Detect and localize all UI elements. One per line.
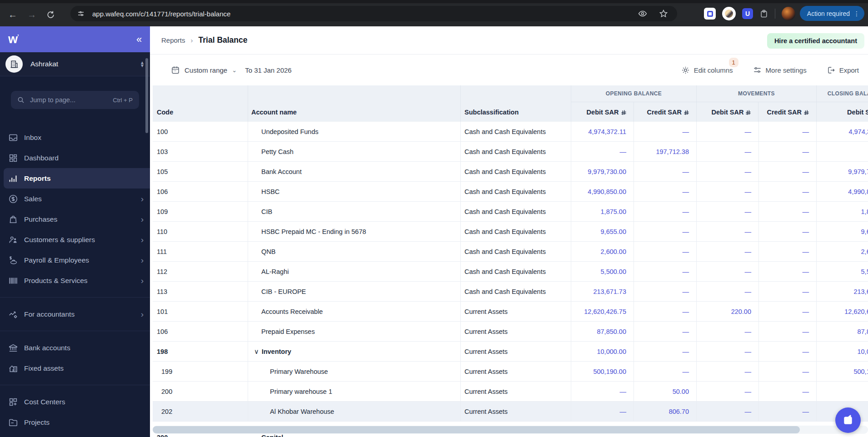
table-row[interactable]: 198∨InventoryCurrent Assets10,000.00———1… <box>153 342 868 362</box>
opening-debit-cell: 9,655.00 <box>571 222 634 241</box>
sidebar-item-cost-centers[interactable]: Cost Centers <box>0 392 150 412</box>
extension-icon-3[interactable]: U <box>742 8 753 19</box>
sidebar-item-dashboard[interactable]: Dashboard <box>0 148 150 168</box>
address-bar[interactable]: app.wafeq.com/c/141771/reports/trial-bal… <box>70 6 677 21</box>
table-row[interactable]: 113CIB - EUROPECash and Cash Equivalents… <box>153 282 868 302</box>
sidebar-logo-row: w’ « <box>0 26 150 52</box>
column-header-opening-credit[interactable]: Credit SAR <box>634 102 697 122</box>
table-row[interactable]: 100Undeposited FundsCash and Cash Equiva… <box>153 122 868 142</box>
account-name-cell: QNB <box>248 242 461 261</box>
account-name-cell: CIB <box>248 202 461 221</box>
table-row[interactable]: 112AL-RaghiCash and Cash Equivalents5,50… <box>153 262 868 282</box>
table-row[interactable]: 110HSBC Prepaid MC - Ending in 5678Cash … <box>153 222 868 242</box>
table-row[interactable]: 101Accounts ReceivableCurrent Assets12,6… <box>153 302 868 322</box>
column-header-subclassification[interactable]: Subclassification <box>461 85 571 122</box>
code-cell: 111 <box>153 242 248 261</box>
chevron-right-icon: › <box>141 235 144 245</box>
movements-label: MOVEMENTS <box>697 85 816 102</box>
table-row[interactable]: 202Al Khobar WarehouseCurrent Assets—806… <box>153 402 868 422</box>
movement-debit-cell: — <box>697 202 759 221</box>
movement-debit-cell: 220.00 <box>697 302 759 321</box>
table-row[interactable]: 106Prepaid ExpensesCurrent Assets87,850.… <box>153 322 868 342</box>
column-header-code[interactable]: Code <box>153 85 248 122</box>
closing-debit-cell: 87,850.00 <box>817 322 868 341</box>
movement-credit-cell: — <box>759 322 817 341</box>
opening-credit-cell: — <box>634 262 697 281</box>
subclassification-cell: Cash and Cash Equivalents <box>461 242 571 261</box>
reload-button[interactable] <box>46 10 55 19</box>
sidebar-item-projects[interactable]: Projects <box>0 412 150 432</box>
site-info-icon[interactable] <box>77 10 85 18</box>
column-header-account-name[interactable]: Account name <box>248 85 461 122</box>
report-toolbar: Custom range ⌄ To 31 Jan 2026 Edit colum… <box>150 55 868 85</box>
extension-icon-2[interactable] <box>722 7 736 20</box>
wafeq-logo: w’ <box>8 32 19 46</box>
opening-debit-cell: 10,000.00 <box>571 342 634 361</box>
table-row[interactable]: 106HSBCCash and Cash Equivalents4,990,85… <box>153 182 868 202</box>
subclassification-cell: Cash and Cash Equivalents <box>461 202 571 221</box>
company-selector[interactable]: Ashrakat ▲▼ <box>0 52 150 76</box>
sidebar-scrollbar[interactable] <box>145 58 148 133</box>
url-text[interactable]: app.wafeq.com/c/141771/reports/trial-bal… <box>92 10 638 18</box>
column-header-movement-credit[interactable]: Credit SAR <box>758 102 816 122</box>
table-row[interactable]: 111QNBCash and Cash Equivalents2,600.00—… <box>153 242 868 262</box>
opening-debit-cell: 5,500.00 <box>571 262 634 281</box>
page-title: Trial Balance <box>199 35 248 45</box>
extensions-puzzle-icon[interactable] <box>759 9 768 18</box>
sidebar-item-products-services[interactable]: Products & Services › <box>0 270 150 291</box>
forward-button[interactable]: → <box>27 10 36 20</box>
tab-strip <box>0 0 868 3</box>
table-row[interactable]: 200Primary warehouse 1Current Assets—50.… <box>153 382 868 402</box>
sidebar-item-customers-suppliers[interactable]: Customers & suppliers › <box>0 229 150 250</box>
bookmark-star-icon[interactable] <box>659 9 668 18</box>
table-row[interactable]: 109CIBCash and Cash Equivalents1,875.00—… <box>153 202 868 222</box>
sidebar-item-payroll-employees[interactable]: Payroll & Employees › <box>0 250 150 270</box>
profile-avatar[interactable] <box>782 7 795 20</box>
chat-widget-button[interactable] <box>835 407 861 433</box>
sidebar-item-reports[interactable]: Reports <box>4 168 150 189</box>
closing-debit-cell: 5,500.00 <box>817 262 868 281</box>
sidebar-item-inbox[interactable]: Inbox <box>0 127 150 148</box>
export-button[interactable]: Export <box>827 66 859 74</box>
reading-mode-icon[interactable] <box>638 9 647 18</box>
date-range-filter[interactable]: Custom range ⌄ To 31 Jan 2026 <box>171 65 292 74</box>
sidebar-item-bank-accounts[interactable]: Bank accounts <box>0 338 150 358</box>
movement-debit-cell: — <box>697 402 759 421</box>
closing-debit-cell <box>817 382 868 401</box>
table-row[interactable]: 199Primary WarehouseCurrent Assets500,19… <box>153 362 868 382</box>
more-settings-button[interactable]: More settings <box>753 66 807 74</box>
calendar-icon <box>171 65 180 74</box>
column-header-closing-debit[interactable]: Debit SAR <box>817 102 868 122</box>
table-row[interactable]: 105Bank AccountCash and Cash Equivalents… <box>153 162 868 182</box>
browser-menu-icon[interactable]: ⋮ <box>853 10 860 17</box>
table-row[interactable]: 103Petty CashCash and Cash Equivalents—1… <box>153 142 868 162</box>
hire-accountant-button[interactable]: Hire a certified accountant <box>767 33 864 49</box>
account-name-cell: Primary warehouse 1 <box>248 382 461 401</box>
column-header-movement-debit[interactable]: Debit SAR <box>697 102 758 122</box>
purchases-icon <box>8 214 18 224</box>
sidebar: w’ « Ashrakat ▲▼ Jump to page... Ctrl + … <box>0 26 150 437</box>
sidebar-item-fixed-assets[interactable]: Fixed assets <box>0 358 150 378</box>
back-button[interactable]: ← <box>8 10 17 20</box>
riyal-symbol-icon <box>804 110 809 116</box>
subclassification-cell: Cash and Cash Equivalents <box>461 182 571 201</box>
code-cell: 199 <box>153 362 248 381</box>
movement-credit-cell: — <box>759 302 817 321</box>
sidebar-collapse-button[interactable]: « <box>128 26 150 52</box>
breadcrumb-reports-link[interactable]: Reports <box>161 36 185 44</box>
opening-debit-cell: — <box>571 142 634 161</box>
sidebar-item-sales[interactable]: Sales › <box>0 189 150 209</box>
action-required-button[interactable]: Action required ⋮ <box>800 6 864 21</box>
edit-columns-button[interactable]: Edit columns 1 <box>681 66 733 74</box>
sidebar-item-purchases[interactable]: Purchases › <box>0 209 150 229</box>
account-name-cell: Capital <box>248 434 283 437</box>
sidebar-item-for-accountants[interactable]: For accountants › <box>0 304 150 324</box>
breadcrumb: Reports › Trial Balance Hire a certified… <box>150 26 868 55</box>
column-header-opening-debit[interactable]: Debit SAR <box>571 102 634 122</box>
chevron-down-icon[interactable]: ∨ <box>254 348 259 355</box>
horizontal-scrollbar-track[interactable] <box>153 426 868 434</box>
jump-to-page-input[interactable]: Jump to page... Ctrl + P <box>11 91 139 109</box>
extension-icon-1[interactable] <box>704 8 716 20</box>
horizontal-scrollbar-thumb[interactable] <box>153 426 800 433</box>
opening-credit-cell: 806.70 <box>634 402 697 421</box>
